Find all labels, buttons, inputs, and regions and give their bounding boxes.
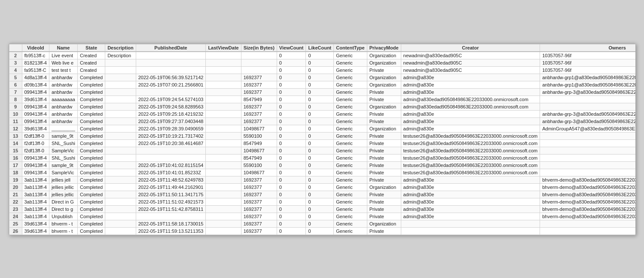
cell-r0-c12: newadmin@a830edad905C bbox=[401, 52, 540, 59]
cell-r12-c13 bbox=[540, 139, 636, 147]
cell-r10-c2: _________ bbox=[49, 125, 77, 132]
cell-r5-c10: Generic bbox=[334, 88, 367, 96]
table-row: 7099413ff-4anbhardwCompleted169237700Gen… bbox=[9, 88, 636, 96]
spreadsheet-container[interactable]: VideoIdNameStateDescriptionPublishedDate… bbox=[9, 43, 636, 235]
cell-r15-c7: 5590100 bbox=[241, 161, 277, 169]
cell-r5-c1: 099413ff-4 bbox=[22, 88, 49, 96]
cell-r5-c7: 1692377 bbox=[241, 88, 277, 96]
cell-r9-c1: 099413ff-4 bbox=[22, 117, 49, 125]
cell-r13-c8: 0 bbox=[277, 147, 306, 154]
cell-r5-c13: anbhardw-grp-3@a830edad9050849863E220330… bbox=[540, 88, 636, 96]
cell-r24-c7: 1692377 bbox=[241, 227, 277, 235]
cell-r12-c2: SNL_Sushi bbox=[49, 139, 77, 147]
cell-r12-c8: 0 bbox=[277, 139, 306, 147]
cell-r2-c5 bbox=[136, 66, 206, 74]
cell-r0-c4: Description bbox=[105, 52, 136, 59]
table-row: 2fb9513ff-cLive eventCreatedDescription0… bbox=[9, 52, 636, 59]
header-row: VideoIdNameStateDescriptionPublishedDate… bbox=[9, 44, 636, 52]
cell-r15-c9: 0 bbox=[306, 161, 334, 169]
cell-r16-c10: Generic bbox=[334, 169, 367, 176]
cell-r17-c9: 0 bbox=[306, 176, 334, 183]
cell-r24-c11: Private bbox=[367, 227, 401, 235]
cell-r7-c8: 0 bbox=[277, 103, 306, 110]
cell-r23-c12 bbox=[401, 220, 540, 227]
cell-r3-c2: anbhardw bbox=[49, 74, 77, 81]
col-header-sizeinbytes: Size(in Bytes) bbox=[241, 44, 277, 52]
cell-r12-c10: Generic bbox=[334, 139, 367, 147]
cell-r22-c8: 0 bbox=[277, 213, 306, 220]
cell-r13-c12: testuser26@a830edad9050849863E22033000.o… bbox=[401, 147, 540, 154]
cell-r17-c8: 0 bbox=[277, 176, 306, 183]
cell-r18-c5: 2022-05-19T11:49:44.2162901 bbox=[136, 183, 206, 191]
cell-r7-c10: Generic bbox=[334, 103, 367, 110]
cell-r23-c7: 1692377 bbox=[241, 220, 277, 227]
cell-r10-c9: 0 bbox=[306, 125, 334, 132]
cell-r0-c9: 0 bbox=[306, 52, 334, 59]
cell-r2-c9: 0 bbox=[306, 66, 334, 74]
cell-r14-c7: 8547949 bbox=[241, 154, 277, 161]
cell-r21-c7: 1692377 bbox=[241, 205, 277, 213]
table-row: 2539d613ff-4bhverm - tCompleted2022-05-1… bbox=[9, 220, 636, 227]
cell-r5-c8: 0 bbox=[277, 88, 306, 96]
cell-r7-c13 bbox=[540, 103, 636, 110]
cell-r11-c3: Completed bbox=[77, 132, 105, 139]
cell-r17-c1: 3ab113ff-4 bbox=[22, 176, 49, 183]
cell-r1-c13: 10357057-96f bbox=[540, 59, 636, 66]
cell-r20-c1: 3ab113ff-4 bbox=[22, 198, 49, 205]
cell-r9-c7: 1692377 bbox=[241, 117, 277, 125]
cell-r10-c1: 39d613ff-4 bbox=[22, 125, 49, 132]
cell-r0-c11: Organization bbox=[367, 52, 401, 59]
cell-r3-c7: 1692377 bbox=[241, 74, 277, 81]
cell-r4-c1: d09b13ff-4 bbox=[22, 81, 49, 88]
cell-r4-c10: Generic bbox=[334, 81, 367, 88]
cell-r17-c12: admin@a830e bbox=[401, 176, 540, 183]
cell-r13-c4 bbox=[105, 147, 136, 154]
cell-r18-c6 bbox=[206, 183, 241, 191]
cell-r11-c1: f2df13ff-0 bbox=[22, 132, 49, 139]
col-header-name: Name bbox=[49, 44, 77, 52]
cell-r2-c11: Private bbox=[367, 66, 401, 74]
cell-r7-c2: anbhardw bbox=[49, 103, 77, 110]
cell-r7-c5: 2022-05-19T09:24:58.8289563 bbox=[136, 103, 206, 110]
cell-r20-c2: Direct in G bbox=[49, 198, 77, 205]
cell-r6-c11: Private bbox=[367, 96, 401, 103]
cell-r5-c12: admin@a830e bbox=[401, 88, 540, 96]
cell-r16-c8: 0 bbox=[277, 169, 306, 176]
cell-r20-c9: 0 bbox=[306, 198, 334, 205]
cell-r15-c2: sample_9t bbox=[49, 161, 77, 169]
row-number: 12 bbox=[9, 125, 22, 132]
cell-r17-c2: jellies jell bbox=[49, 176, 77, 183]
cell-r17-c3: Completed bbox=[77, 176, 105, 183]
cell-r16-c5: 2022-05-19T10:41:01.85233Z bbox=[136, 169, 206, 176]
cell-r13-c13 bbox=[540, 147, 636, 154]
cell-r20-c10: Generic bbox=[334, 198, 367, 205]
cell-r14-c10: Generic bbox=[334, 154, 367, 161]
cell-r23-c6 bbox=[206, 220, 241, 227]
cell-r15-c12: testuser26@a830edad9050849863E22033000.o… bbox=[401, 161, 540, 169]
row-number: 7 bbox=[9, 88, 22, 96]
cell-r3-c11: Organization bbox=[367, 74, 401, 81]
cell-r16-c7: 10498677 bbox=[241, 169, 277, 176]
cell-r17-c4 bbox=[105, 176, 136, 183]
row-number: 21 bbox=[9, 191, 22, 198]
cell-r1-c2: Web live e bbox=[49, 59, 77, 66]
cell-r21-c5: 2022-05-19T11:51:42.8758311 bbox=[136, 205, 206, 213]
cell-r3-c6 bbox=[206, 74, 241, 81]
cell-r20-c3: Completed bbox=[77, 198, 105, 205]
cell-r19-c5: 2022-05-19T11:50:11.3417175 bbox=[136, 191, 206, 198]
table-row: 11099413ff-4anbhardwCompleted2022-05-19T… bbox=[9, 117, 636, 125]
cell-r22-c10: Generic bbox=[334, 213, 367, 220]
cell-r2-c2: test test t bbox=[49, 66, 77, 74]
table-row: 18099413ff-4SampleVicCompleted2022-05-19… bbox=[9, 169, 636, 176]
cell-r7-c11: Organization bbox=[367, 103, 401, 110]
cell-r7-c4 bbox=[105, 103, 136, 110]
cell-r20-c4 bbox=[105, 198, 136, 205]
cell-r10-c7: 10498677 bbox=[241, 125, 277, 132]
cell-r19-c1: 3ab113ff-4 bbox=[22, 191, 49, 198]
cell-r10-c4 bbox=[105, 125, 136, 132]
row-number: 24 bbox=[9, 213, 22, 220]
cell-r11-c9: 0 bbox=[306, 132, 334, 139]
cell-r2-c13: 10357057-96f bbox=[540, 66, 636, 74]
col-header-owners: Owners bbox=[540, 44, 636, 52]
cell-r0-c3: Created bbox=[77, 52, 105, 59]
